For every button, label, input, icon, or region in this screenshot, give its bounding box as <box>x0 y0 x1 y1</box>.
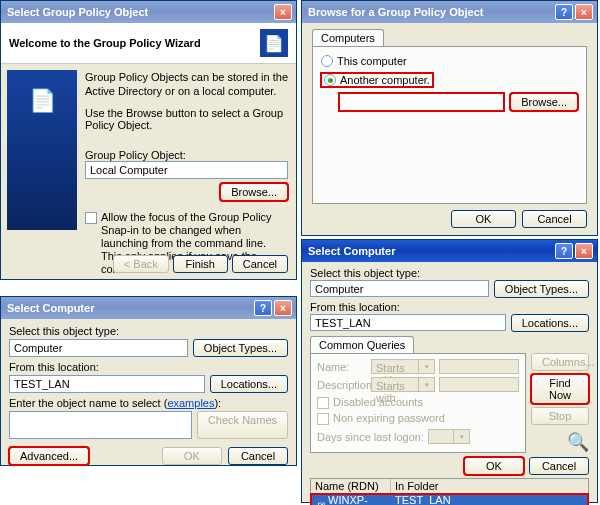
gpo-input[interactable]: Local Computer <box>85 161 288 179</box>
result-row[interactable]: 🖥WINXP-VBO... TEST_LAN <box>311 494 588 505</box>
object-type-input[interactable]: Computer <box>9 339 188 357</box>
location-label: From this location: <box>310 301 589 313</box>
ok-button[interactable]: OK <box>451 210 516 228</box>
browse-button[interactable]: Browse... <box>220 183 288 201</box>
chevron-down-icon: ▾ <box>419 359 435 374</box>
radio-another-computer[interactable]: Another computer. <box>321 73 433 87</box>
radio-icon <box>321 55 333 67</box>
cancel-button[interactable]: Cancel <box>522 210 587 228</box>
examples-link[interactable]: examples <box>167 397 214 409</box>
nonexpiring-label: Non expiring password <box>333 412 445 425</box>
window-title: Select Computer <box>306 245 553 257</box>
radio-label: Another computer. <box>340 74 430 86</box>
enter-name-label: Enter the object name to select (example… <box>9 397 288 409</box>
row-name: WINXP-VBO... <box>328 494 387 505</box>
name-label: Name: <box>317 361 367 373</box>
location-input[interactable]: TEST_LAN <box>310 314 506 331</box>
ok-button: OK <box>162 447 222 465</box>
browse-gpo-window: Browse for a Group Policy Object ? × Com… <box>301 0 598 236</box>
columns-button: Columns... <box>531 353 589 371</box>
intro-text: Group Policy Objects can be stored in th… <box>85 70 288 99</box>
document-icon: 📄 <box>264 34 284 53</box>
desc-label: Description: <box>317 379 367 391</box>
sidebar-graphic: 📄 <box>7 70 77 230</box>
check-names-button: Check Names <box>197 411 288 439</box>
locations-button[interactable]: Locations... <box>511 314 589 332</box>
tab-computers[interactable]: Computers <box>312 29 384 46</box>
back-button: < Back <box>113 255 169 273</box>
help-icon[interactable]: ? <box>555 4 573 20</box>
object-types-button[interactable]: Object Types... <box>193 339 288 357</box>
object-types-button[interactable]: Object Types... <box>494 280 589 298</box>
allow-focus-checkbox[interactable] <box>85 212 97 224</box>
close-icon[interactable]: × <box>274 4 292 20</box>
desc-match-combo: Starts with <box>371 377 419 392</box>
intro-text2: Use the Browse button to select a Group … <box>85 107 288 131</box>
cancel-button[interactable]: Cancel <box>529 457 589 475</box>
search-icon: 🔍 <box>531 431 589 453</box>
locations-button[interactable]: Locations... <box>210 375 288 393</box>
radio-label: This computer <box>337 55 407 67</box>
titlebar[interactable]: Browse for a Group Policy Object ? × <box>302 1 597 23</box>
browse-button[interactable]: Browse... <box>510 93 578 111</box>
days-label: Days since last logon: <box>317 431 424 443</box>
name-match-combo: Starts with <box>371 359 419 374</box>
cancel-button[interactable]: Cancel <box>232 255 288 273</box>
gpo-label: Group Policy Object: <box>85 149 288 161</box>
advanced-button[interactable]: Advanced... <box>9 447 89 465</box>
col-name[interactable]: Name (RDN) <box>311 479 391 493</box>
row-folder: TEST_LAN <box>391 494 588 505</box>
cancel-button[interactable]: Cancel <box>228 447 288 465</box>
disabled-accounts-label: Disabled accounts <box>333 396 423 409</box>
window-title: Select Group Policy Object <box>5 6 272 18</box>
object-type-input[interactable]: Computer <box>310 280 489 297</box>
computer-input[interactable] <box>339 93 504 111</box>
wizard-header: Welcome to the Group Policy Wizard <box>9 37 260 49</box>
radio-this-computer[interactable]: This computer <box>321 55 578 67</box>
col-folder[interactable]: In Folder <box>391 479 588 493</box>
chevron-down-icon: ▾ <box>454 429 470 444</box>
help-icon[interactable]: ? <box>555 243 573 259</box>
titlebar[interactable]: Select Computer ? × <box>1 297 296 319</box>
titlebar[interactable]: Select Computer ? × <box>302 240 597 262</box>
location-input[interactable]: TEST_LAN <box>9 375 205 393</box>
window-title: Select Computer <box>5 302 252 314</box>
object-type-label: Select this object type: <box>310 267 589 279</box>
select-computer-small: Select Computer ? × Select this object t… <box>0 296 297 466</box>
close-icon[interactable]: × <box>575 4 593 20</box>
desc-input <box>439 377 519 392</box>
days-combo <box>428 429 454 444</box>
computer-icon: 🖥 <box>315 500 326 505</box>
find-now-button[interactable]: Find Now <box>531 374 589 404</box>
disabled-accounts-checkbox <box>317 397 329 409</box>
stop-button: Stop <box>531 407 589 425</box>
name-input <box>439 359 519 374</box>
select-computer-large: Select Computer ? × Select this object t… <box>301 239 598 503</box>
location-label: From this location: <box>9 361 288 373</box>
window-title: Browse for a Group Policy Object <box>306 6 553 18</box>
group-policy-wizard: Select Group Policy Object × Welcome to … <box>0 0 297 280</box>
close-icon[interactable]: × <box>575 243 593 259</box>
radio-icon <box>324 74 336 86</box>
tab-common-queries[interactable]: Common Queries <box>310 336 414 353</box>
chevron-down-icon: ▾ <box>419 377 435 392</box>
object-name-input[interactable] <box>9 411 192 439</box>
finish-button[interactable]: Finish <box>173 255 228 273</box>
titlebar[interactable]: Select Group Policy Object × <box>1 1 296 23</box>
results-list[interactable]: Name (RDN) In Folder 🖥WINXP-VBO... TEST_… <box>310 478 589 505</box>
object-type-label: Select this object type: <box>9 325 288 337</box>
ok-button[interactable]: OK <box>464 457 524 475</box>
close-icon[interactable]: × <box>274 300 292 316</box>
nonexpiring-checkbox <box>317 413 329 425</box>
help-icon[interactable]: ? <box>254 300 272 316</box>
